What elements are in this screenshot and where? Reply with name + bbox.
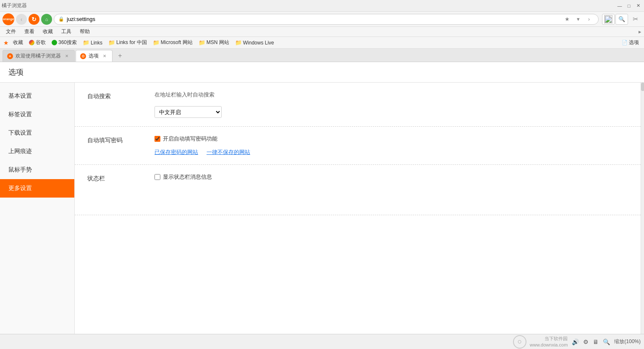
folder-icon: 📁 xyxy=(199,39,205,46)
taskbar: ○ 当下软件园 www.downxia.com 🔊 ⚙ 🖥 🔍 缩放(100%) xyxy=(0,334,644,349)
auto-fill-links: 已保存密码的网站 一律不保存的网站 xyxy=(154,148,628,156)
statusbar-checkbox-label: 显示状态栏消息信息 xyxy=(163,173,212,181)
never-save-link[interactable]: 一律不保存的网站 xyxy=(207,148,250,156)
sidebar-label-history: 上网痕迹 xyxy=(8,148,32,155)
bookmark-item-google[interactable]: 谷歌 xyxy=(27,38,47,47)
menu-tools[interactable]: 工具 xyxy=(58,27,75,36)
sidebar-item-history[interactable]: 上网痕迹 xyxy=(0,142,74,161)
bookmark-label: Links xyxy=(91,40,102,46)
navbar: orange ‹ ↻ ⌂ 🔒 ★ ▾ › 🔍 ✂ xyxy=(0,12,644,27)
folder-icon: 📁 xyxy=(235,39,242,46)
close-button[interactable]: ✕ xyxy=(634,2,642,10)
statusbar-checkbox-row: 显示状态栏消息信息 xyxy=(154,173,628,181)
bookmark-item-360search[interactable]: 360搜索 xyxy=(50,38,79,47)
titlebar: 橘子浏览器 — □ ✕ xyxy=(0,0,644,12)
auto-fill-checkbox[interactable] xyxy=(154,136,160,142)
sidebar-label-basic: 基本设置 xyxy=(8,92,32,100)
auto-search-select[interactable]: 中文开启 开启 关闭 xyxy=(154,106,222,118)
statusbar-checkbox[interactable] xyxy=(154,174,160,180)
taskbar-monitor-icon[interactable]: 🖥 xyxy=(593,339,599,345)
settings-section-statusbar: 状态栏 显示状态栏消息信息 xyxy=(75,165,641,215)
restore-button[interactable]: □ xyxy=(625,2,633,10)
sidebar: 基本设置 标签设置 下载设置 上网痕迹 鼠标手势 更多设置 xyxy=(0,83,75,349)
watermark-line2: www.downxia.com xyxy=(530,342,568,348)
refresh-button[interactable]: ↻ xyxy=(29,14,39,25)
bookmark-star-button[interactable]: ★ xyxy=(562,14,572,24)
menu-file[interactable]: 文件 xyxy=(3,27,19,36)
taskbar-circle-icon: ○ xyxy=(513,335,526,349)
browser-logo[interactable]: orange xyxy=(3,13,14,25)
bookmark-item-microsoft[interactable]: 📁 Microsoft 网站 xyxy=(151,38,194,47)
cut-button[interactable]: ✂ xyxy=(629,14,641,25)
extension-button[interactable] xyxy=(602,14,615,25)
tab-options[interactable]: ⚙ 选项 ✕ xyxy=(76,50,113,62)
bookmark-label: Microsoft 网站 xyxy=(161,39,193,46)
taskbar-watermark: 当下软件园 www.downxia.com xyxy=(530,336,568,348)
folder-icon: 📁 xyxy=(83,39,89,46)
tab-close-options[interactable]: ✕ xyxy=(101,53,108,60)
bookmark-label: 选项 xyxy=(629,39,639,46)
settings-controls-auto-search: 在地址栏输入时自动搜索 中文开启 开启 关闭 xyxy=(154,91,628,118)
taskbar-volume-icon[interactable]: 🔊 xyxy=(572,339,579,345)
taskbar-watermark-area: ○ 当下软件园 www.downxia.com xyxy=(513,335,568,349)
addr-forward-button[interactable]: › xyxy=(584,14,594,24)
scrollbar-thumb xyxy=(641,83,644,91)
sidebar-item-basic[interactable]: 基本设置 xyxy=(0,87,74,105)
bookmark-label: MSN 网站 xyxy=(207,39,229,46)
sidebar-label-download: 下载设置 xyxy=(8,129,32,137)
bookmark-item-windowslive[interactable]: 📁 Windows Live xyxy=(233,39,276,47)
tab-close-welcome[interactable]: ✕ xyxy=(63,53,70,60)
bookmark-item-favorites[interactable]: 收藏 xyxy=(11,38,25,47)
address-icon: 🔒 xyxy=(58,16,64,22)
bookmark-item-links-china[interactable]: 📁 Links for 中国 xyxy=(107,38,149,47)
taskbar-zoom-label: 缩放(100%) xyxy=(614,338,641,345)
settings-section-auto-fill: 自动填写密码 开启自动填写密码功能 已保存密码的网站 一律不保存的网站 xyxy=(75,127,641,165)
menu-view[interactable]: 查看 xyxy=(21,27,38,36)
sidebar-label-mouse: 鼠标手势 xyxy=(8,166,32,174)
folder-icon: 📁 xyxy=(153,39,160,46)
bookmark-label: Links for 中国 xyxy=(116,39,147,46)
menu-extra[interactable]: ▸ xyxy=(639,29,641,35)
minimize-button[interactable]: — xyxy=(615,2,624,10)
address-input[interactable] xyxy=(67,16,560,22)
settings-label-auto-fill: 自动填写密码 xyxy=(87,135,154,144)
new-tab-button[interactable]: + xyxy=(114,50,126,62)
bookmarks-star-icon: ★ xyxy=(3,39,9,46)
bookmark-item-links[interactable]: 📁 Links xyxy=(81,39,104,47)
menubar: 文件 查看 收藏 工具 帮助 ▸ xyxy=(0,27,644,37)
bookmarks-bar: ★ 收藏 谷歌 360搜索 📁 Links 📁 Links for 中国 📁 M… xyxy=(0,37,644,49)
addr-actions: ★ ▾ › xyxy=(562,14,594,24)
taskbar-settings-icon[interactable]: ⚙ xyxy=(583,339,589,345)
bookmark-item-msn[interactable]: 📁 MSN 网站 xyxy=(197,38,231,47)
bookmark-item-options[interactable]: 📄 选项 xyxy=(620,38,641,47)
back-button[interactable]: ‹ xyxy=(16,14,27,25)
empty-area xyxy=(75,215,641,299)
home-button[interactable]: ⌂ xyxy=(41,14,52,25)
tab-label-options: 选项 xyxy=(89,52,99,60)
search-button[interactable]: 🔍 xyxy=(615,14,628,25)
auto-fill-checkbox-row: 开启自动填写密码功能 xyxy=(154,135,628,143)
sidebar-item-download[interactable]: 下载设置 xyxy=(0,124,74,142)
menu-help[interactable]: 帮助 xyxy=(76,27,93,36)
settings-row-auto-search: 自动搜索 在地址栏输入时自动搜索 中文开启 开启 关闭 xyxy=(87,91,628,118)
taskbar-search-icon[interactable]: 🔍 xyxy=(603,339,610,345)
auto-fill-checkbox-label: 开启自动填写密码功能 xyxy=(163,135,217,143)
settings-section-auto-search: 自动搜索 在地址栏输入时自动搜索 中文开启 开启 关闭 xyxy=(75,83,641,127)
title-right: — □ ✕ xyxy=(615,2,642,10)
sidebar-item-tabs[interactable]: 标签设置 xyxy=(0,105,74,124)
saved-passwords-link[interactable]: 已保存密码的网站 xyxy=(154,148,198,156)
settings-desc-auto-search: 在地址栏输入时自动搜索 xyxy=(154,91,628,99)
addr-history-button[interactable]: ▾ xyxy=(573,14,583,24)
scrollbar[interactable] xyxy=(641,83,644,349)
sidebar-label-more: 更多设置 xyxy=(8,185,32,192)
menu-favorites[interactable]: 收藏 xyxy=(39,27,56,36)
tab-welcome[interactable]: o 欢迎使用橘子浏览器 ✕ xyxy=(3,50,75,62)
settings-label-statusbar: 状态栏 xyxy=(87,173,154,182)
bookmark-label: Windows Live xyxy=(243,40,274,46)
sidebar-item-mouse[interactable]: 鼠标手势 xyxy=(0,161,74,179)
page-title: 选项 xyxy=(8,68,24,76)
sidebar-item-more[interactable]: 更多设置 xyxy=(0,179,74,198)
main-content: 自动搜索 在地址栏输入时自动搜索 中文开启 开启 关闭 xyxy=(75,83,641,349)
settings-label-auto-search: 自动搜索 xyxy=(87,91,154,100)
extension-icon xyxy=(604,15,613,23)
